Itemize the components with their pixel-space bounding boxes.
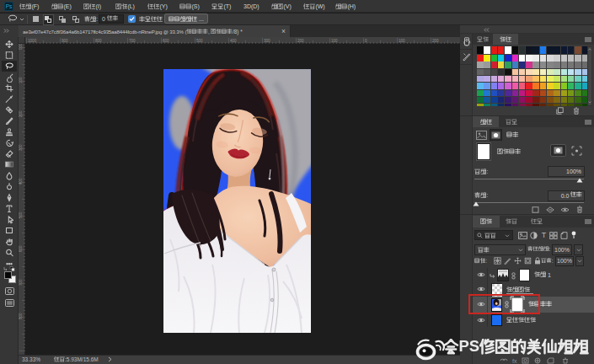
svg-text:200: 200: [297, 39, 304, 43]
svg-text:900: 900: [62, 39, 68, 43]
svg-text:1000: 1000: [28, 39, 37, 43]
svg-text:fx: fx: [512, 358, 517, 364]
svg-text:600: 600: [163, 39, 169, 43]
svg-text:500: 500: [19, 211, 23, 218]
svg-text:200: 200: [19, 110, 23, 117]
svg-text:000: 000: [19, 44, 23, 50]
svg-text:0: 0: [365, 39, 367, 43]
svg-text:500: 500: [196, 39, 203, 43]
svg-text:300: 300: [19, 144, 23, 151]
svg-text:700: 700: [129, 39, 136, 43]
svg-text:200: 200: [432, 39, 439, 43]
svg-text:800: 800: [95, 39, 102, 43]
svg-text:800: 800: [19, 313, 23, 319]
svg-text:100: 100: [331, 39, 338, 43]
svg-text:100: 100: [19, 77, 23, 83]
svg-text:100: 100: [399, 39, 405, 43]
svg-text:400: 400: [19, 178, 23, 185]
svg-text:700: 700: [19, 279, 23, 286]
svg-text:400: 400: [230, 39, 237, 43]
svg-text:300: 300: [264, 39, 270, 43]
svg-text:600: 600: [19, 245, 23, 252]
